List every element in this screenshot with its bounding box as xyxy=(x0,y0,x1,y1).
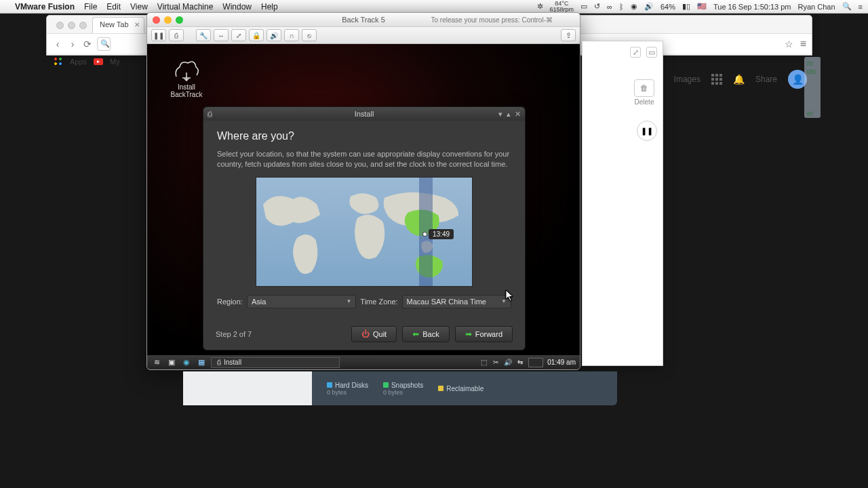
volume-icon[interactable]: 🔊 xyxy=(644,2,654,11)
vm-settings-button[interactable]: 🔧 xyxy=(196,29,211,41)
apps-grid-icon[interactable] xyxy=(54,57,63,66)
vmware-titlebar[interactable]: Back Track 5 To release your mouse press… xyxy=(147,13,580,26)
wifi-icon[interactable]: ◉ xyxy=(631,2,637,11)
tray-network-icon[interactable]: ⇆ xyxy=(516,359,524,366)
google-header-fragment: Images 🔔 Share 👤 xyxy=(665,70,807,124)
display-icon[interactable]: ▭ xyxy=(580,2,587,11)
app-icon[interactable]: ▦ xyxy=(196,357,207,368)
vmware-toolbar: ❚❚ ⎙ 🔧 ↔ ⤢ 🔒 🔊 ∩ ⎋ ⇪ xyxy=(147,26,580,44)
sync-icon[interactable]: ↺ xyxy=(594,2,600,11)
minimize-icon[interactable] xyxy=(164,16,172,24)
close-icon[interactable] xyxy=(153,16,160,24)
reload-icon[interactable]: ⟳ xyxy=(82,39,93,49)
apps-grid-icon[interactable] xyxy=(711,74,722,85)
menu-virtual-machine[interactable]: Virtual Machine xyxy=(157,2,214,12)
share-label[interactable]: Share xyxy=(755,75,777,84)
menu-file[interactable]: File xyxy=(84,2,97,12)
vm-share-button[interactable]: ⇪ xyxy=(561,29,576,41)
spotlight-icon[interactable]: 🔍 xyxy=(842,2,852,11)
tray-clipboard-icon[interactable]: ⬚ xyxy=(479,359,488,366)
temperature-indicator: 84°C6158rpm xyxy=(550,1,574,13)
forward-button[interactable]: ➡Forward xyxy=(455,326,513,342)
timezone-value: Macau SAR China Time xyxy=(407,298,486,306)
notification-center-icon[interactable]: ≡ xyxy=(859,3,863,11)
vm-fullscreen-button[interactable]: ⤢ xyxy=(231,29,246,41)
bluetooth-icon[interactable]: ᛒ xyxy=(619,3,624,11)
arrow-left-icon: ⬅ xyxy=(412,329,419,339)
window-close-icon[interactable]: ✕ xyxy=(515,110,521,119)
menu-help[interactable]: Help xyxy=(261,2,278,12)
tray-volume-icon[interactable]: 🔊 xyxy=(504,359,512,366)
chrome-tab-title: New Tab xyxy=(100,20,129,28)
chrome-menu-icon[interactable]: ≡ xyxy=(800,38,806,50)
battery-icon: ▮▯ xyxy=(682,2,690,11)
battery-percent[interactable]: 64% xyxy=(660,3,675,11)
forward-icon: › xyxy=(67,39,78,49)
menubar-clock[interactable]: Tue 16 Sep 1:50:13 pm xyxy=(713,3,791,11)
map-location-pin xyxy=(422,232,427,237)
window-minimize-icon[interactable]: ▾ xyxy=(498,110,502,119)
arrow-right-icon: ➡ xyxy=(465,329,472,339)
chrome-bookmarks-bar: Apps My xyxy=(47,54,127,69)
guest-taskbar: ≋ ▣ ◉ ▦ ⎙ Install ⬚ ✂ 🔊 ⇆ 01:49 am xyxy=(147,354,580,369)
menu-view[interactable]: View xyxy=(130,2,148,12)
vm-unity-button[interactable]: ↔ xyxy=(214,29,229,41)
menu-window[interactable]: Window xyxy=(222,2,252,12)
bookmarks-apps-label[interactable]: Apps xyxy=(70,58,87,66)
timezone-dropdown[interactable]: Macau SAR China Time ▼ xyxy=(402,295,511,308)
backtrack-menu-icon[interactable]: ≋ xyxy=(151,357,162,368)
region-dropdown[interactable]: Asia ▼ xyxy=(247,295,356,308)
chevron-down-icon: ▼ xyxy=(346,298,351,304)
taskbar-task-install[interactable]: ⎙ Install xyxy=(211,357,340,368)
chevron-down-icon: ▼ xyxy=(501,298,507,304)
chrome-omnibox[interactable]: 🔍 xyxy=(97,37,111,51)
delete-control[interactable]: 🗑 Delete xyxy=(631,79,657,106)
vm-sound-button[interactable]: 🔊 xyxy=(267,29,281,41)
fan-icon: ✲ xyxy=(537,2,543,11)
vmware-title: Back Track 5 xyxy=(342,16,385,24)
back-icon[interactable]: ‹ xyxy=(52,39,63,49)
vm-usb-button[interactable]: ⎋ xyxy=(302,29,317,41)
notifications-icon[interactable]: 🔔 xyxy=(733,74,745,85)
window-maximize-icon[interactable]: ▴ xyxy=(507,110,511,119)
close-tab-icon[interactable]: ✕ xyxy=(134,21,140,28)
bookmarks-item[interactable]: My xyxy=(110,58,120,66)
pause-button[interactable]: ❚❚ xyxy=(637,121,657,141)
region-value: Asia xyxy=(252,298,266,306)
bookmark-star-icon[interactable]: ☆ xyxy=(785,39,793,49)
vm-pause-button[interactable]: ❚❚ xyxy=(151,29,166,41)
zoom-icon[interactable] xyxy=(176,16,183,24)
timezone-map[interactable]: 13:49 xyxy=(256,177,473,287)
youtube-icon[interactable] xyxy=(94,58,103,65)
infinity-icon[interactable]: ∞ xyxy=(607,3,612,11)
vm-snapshot-button[interactable]: ⎙ xyxy=(169,29,184,41)
menubar-user[interactable]: Ryan Chan xyxy=(798,3,835,11)
vmware-window: Back Track 5 To release your mouse press… xyxy=(146,12,580,370)
menu-edit[interactable]: Edit xyxy=(106,2,121,12)
input-flag-icon[interactable]: 🇺🇸 xyxy=(697,2,707,11)
files-icon[interactable]: ◉ xyxy=(181,357,192,368)
quit-button[interactable]: ⏻Quit xyxy=(351,326,397,342)
guest-clock[interactable]: 01:49 am xyxy=(547,359,576,366)
back-button[interactable]: ⬅Back xyxy=(402,326,449,342)
install-titlebar[interactable]: ⎙ Install ▾ ▴ ✕ xyxy=(203,107,525,121)
desktop-install-icon[interactable]: Install BackTrack xyxy=(166,58,207,98)
vm-headphones-button[interactable]: ∩ xyxy=(284,29,299,41)
terminal-icon[interactable]: ▣ xyxy=(166,357,177,368)
images-link[interactable]: Images xyxy=(674,75,701,84)
vm-preview-box[interactable] xyxy=(183,371,312,405)
chrome-tab[interactable]: New Tab ✕ xyxy=(92,17,144,33)
region-label: Region: xyxy=(217,298,243,306)
install-title-icon: ⎙ xyxy=(208,110,212,118)
quit-icon: ⏻ xyxy=(361,329,370,339)
vm-lock-button[interactable]: 🔒 xyxy=(249,29,264,41)
guest-desktop[interactable]: Install BackTrack ⎙ Install ▾ ▴ ✕ Where … xyxy=(147,44,580,369)
window-mode-icon[interactable]: ▭ xyxy=(646,47,657,58)
menubar-app-name[interactable]: VMware Fusion xyxy=(15,2,75,12)
workspace-switcher[interactable] xyxy=(528,358,543,367)
macos-menubar: VMware Fusion File Edit View Virtual Mac… xyxy=(0,0,868,14)
chrome-traffic-lights[interactable] xyxy=(51,18,92,33)
tray-cut-icon[interactable]: ✂ xyxy=(492,359,500,366)
desktop-icon-label1: Install xyxy=(166,83,207,91)
expand-icon[interactable]: ⤢ xyxy=(630,47,641,58)
